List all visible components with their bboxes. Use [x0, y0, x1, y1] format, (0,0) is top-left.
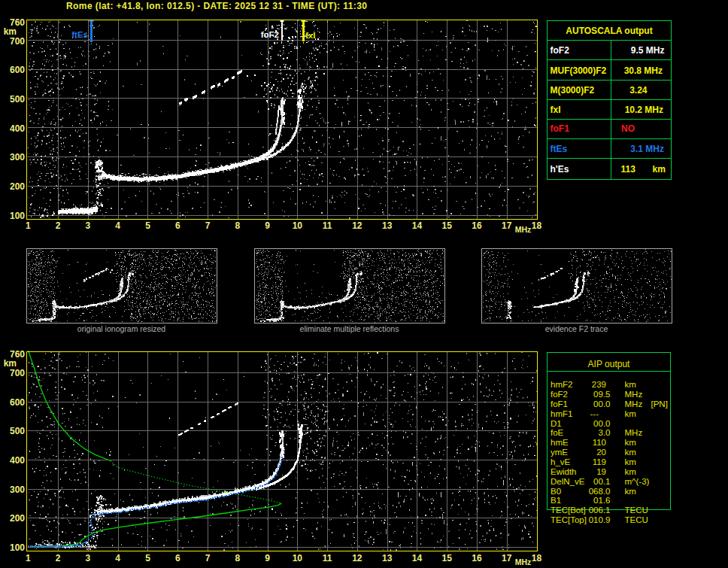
svg-text:16: 16	[472, 553, 482, 563]
svg-text:1: 1	[26, 553, 31, 563]
svg-text:17: 17	[502, 220, 512, 231]
svg-text:2: 2	[56, 553, 61, 563]
svg-text:km: km	[653, 164, 666, 175]
svg-text:MHz: MHz	[625, 390, 643, 399]
svg-text:110: 110	[593, 438, 606, 447]
svg-text:eliminate multiple reflections: eliminate multiple reflections	[300, 324, 399, 333]
svg-text:13: 13	[382, 220, 393, 231]
svg-text:foF2: foF2	[261, 30, 279, 39]
svg-text:300: 300	[10, 484, 25, 495]
svg-text:18: 18	[532, 220, 542, 231]
svg-text:3.1 MHz: 3.1 MHz	[630, 144, 664, 154]
svg-text:Ewidth: Ewidth	[551, 467, 577, 476]
svg-text:5: 5	[145, 553, 150, 563]
svg-text:11: 11	[323, 220, 332, 231]
svg-text:068.0: 068.0	[589, 487, 611, 496]
svg-text:2: 2	[56, 220, 61, 231]
svg-text:200: 200	[10, 513, 25, 524]
svg-text:8: 8	[235, 220, 240, 231]
svg-text:B1: B1	[551, 496, 561, 505]
svg-text:TEC[Bot]: TEC[Bot]	[551, 506, 586, 515]
svg-text:239: 239	[592, 380, 606, 389]
svg-text:NO: NO	[621, 123, 635, 134]
svg-text:8: 8	[235, 553, 240, 563]
svg-text:10: 10	[293, 220, 303, 231]
svg-text:19: 19	[596, 467, 606, 476]
svg-text:500: 500	[10, 426, 25, 436]
svg-text:13: 13	[382, 553, 393, 563]
svg-text:12: 12	[352, 220, 362, 231]
svg-text:km: km	[625, 448, 636, 457]
svg-text:4: 4	[115, 553, 120, 563]
svg-text:5: 5	[145, 220, 150, 231]
svg-text:4: 4	[115, 220, 120, 231]
svg-text:ftEs: ftEs	[551, 144, 568, 154]
svg-text:700: 700	[10, 368, 25, 378]
svg-text:700: 700	[10, 36, 25, 47]
svg-text:M(3000)F2: M(3000)F2	[551, 85, 595, 96]
svg-text:11: 11	[323, 553, 332, 563]
svg-text:3.24: 3.24	[629, 85, 648, 96]
svg-text:010.9: 010.9	[589, 515, 611, 524]
svg-text:h'Es: h'Es	[551, 164, 569, 175]
svg-text:3: 3	[86, 220, 91, 231]
svg-text:km: km	[625, 467, 636, 476]
svg-text:400: 400	[10, 455, 25, 466]
svg-text:300: 300	[10, 152, 25, 163]
svg-text:14: 14	[412, 220, 423, 231]
svg-text:12: 12	[352, 553, 362, 563]
svg-text:foF1: foF1	[551, 399, 568, 409]
svg-text:km: km	[625, 438, 636, 447]
svg-text:400: 400	[10, 123, 25, 134]
svg-text:m^(-3): m^(-3)	[625, 477, 650, 486]
svg-text:00.0: 00.0	[593, 419, 610, 428]
svg-text:100: 100	[10, 211, 25, 221]
svg-text:hmF1: hmF1	[551, 409, 572, 418]
svg-text:17: 17	[502, 553, 512, 563]
svg-text:500: 500	[10, 94, 25, 105]
svg-text:MHz: MHz	[515, 557, 532, 566]
svg-text:B0: B0	[551, 487, 561, 496]
svg-text:MHz: MHz	[625, 399, 643, 409]
svg-text:MHz: MHz	[515, 225, 532, 234]
svg-text:km: km	[4, 358, 17, 369]
svg-text:foF2: foF2	[551, 45, 570, 56]
svg-text:10: 10	[293, 553, 303, 563]
svg-text:km: km	[625, 380, 636, 389]
svg-text:00.0: 00.0	[593, 399, 610, 409]
svg-text:foF1: foF1	[551, 123, 570, 134]
svg-text:600: 600	[10, 65, 25, 75]
svg-text:foF2: foF2	[551, 390, 568, 399]
svg-text:evidence F2 trace: evidence F2 trace	[545, 324, 608, 333]
svg-text:km: km	[625, 409, 636, 418]
svg-text:3: 3	[86, 553, 91, 563]
svg-text:fxI: fxI	[551, 105, 561, 115]
svg-text:6: 6	[175, 220, 180, 231]
svg-text:30.8 MHz: 30.8 MHz	[624, 65, 663, 76]
svg-text:15: 15	[442, 220, 453, 231]
svg-text:600: 600	[10, 397, 25, 408]
svg-text:AIP output: AIP output	[588, 359, 630, 369]
svg-text:AUTOSCALA output: AUTOSCALA output	[566, 26, 652, 36]
svg-text:9: 9	[265, 553, 270, 563]
svg-text:foE: foE	[551, 428, 564, 437]
svg-text:119: 119	[593, 457, 606, 466]
svg-text:ftEs: ftEs	[71, 30, 88, 39]
svg-text:hmE: hmE	[551, 438, 569, 447]
svg-text:ymE: ymE	[551, 448, 568, 457]
svg-text:D1: D1	[551, 419, 562, 428]
svg-text:h_vE: h_vE	[551, 457, 571, 466]
svg-text:10.2 MHz: 10.2 MHz	[625, 105, 663, 115]
svg-text:6: 6	[175, 553, 180, 563]
svg-text:TEC[Top]: TEC[Top]	[551, 515, 587, 524]
svg-text:3.0: 3.0	[599, 428, 611, 437]
svg-text:200: 200	[10, 181, 25, 192]
svg-text:MUF(3000)F2: MUF(3000)F2	[551, 65, 607, 76]
svg-text:km: km	[625, 487, 636, 496]
svg-text:---: ---	[590, 409, 599, 418]
svg-text:14: 14	[412, 553, 423, 563]
svg-text:TECU: TECU	[625, 515, 648, 524]
svg-text:km: km	[625, 457, 636, 466]
svg-text:09.5: 09.5	[593, 390, 610, 399]
svg-text:hmF2: hmF2	[551, 380, 572, 389]
